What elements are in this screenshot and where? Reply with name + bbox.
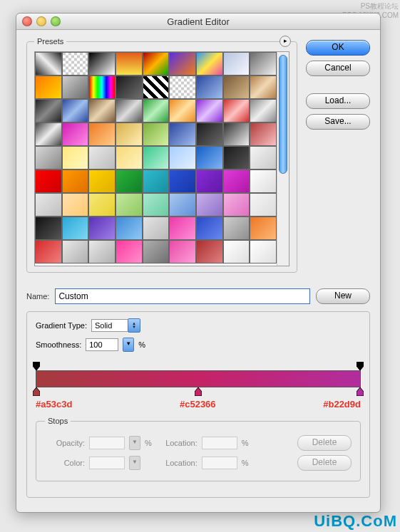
preset-swatch[interactable]	[35, 52, 62, 75]
preset-swatch[interactable]	[35, 146, 62, 169]
preset-swatch[interactable]	[62, 52, 89, 75]
color-stop-left[interactable]	[33, 387, 40, 396]
preset-swatch[interactable]	[169, 169, 196, 193]
preset-swatch[interactable]	[62, 75, 89, 99]
preset-swatch[interactable]	[169, 52, 196, 75]
preset-swatch[interactable]	[223, 217, 250, 240]
preset-swatch[interactable]	[62, 240, 89, 264]
preset-swatch[interactable]	[35, 75, 62, 99]
preset-swatch[interactable]	[88, 122, 116, 146]
preset-swatch[interactable]	[62, 193, 89, 217]
preset-swatch[interactable]	[196, 169, 223, 193]
smoothness-input[interactable]	[86, 338, 118, 351]
preset-swatch[interactable]	[169, 193, 196, 217]
preset-swatch[interactable]	[169, 122, 196, 146]
preset-swatch[interactable]	[62, 122, 89, 146]
new-button[interactable]: New	[316, 288, 370, 304]
preset-swatch[interactable]	[35, 99, 62, 122]
preset-swatch[interactable]	[250, 193, 277, 217]
gradient-bar[interactable]	[36, 370, 361, 387]
load-button[interactable]: Load...	[306, 93, 370, 109]
preset-swatch[interactable]	[196, 122, 223, 146]
gradient-type-value[interactable]	[91, 319, 128, 332]
preset-swatch[interactable]	[196, 75, 223, 99]
preset-swatch[interactable]	[223, 169, 250, 193]
preset-swatch[interactable]	[88, 75, 116, 99]
name-input[interactable]	[55, 288, 310, 304]
gradient-type-select[interactable]: ▲▼	[91, 319, 140, 332]
preset-swatch[interactable]	[143, 99, 170, 122]
preset-swatch[interactable]	[116, 146, 143, 169]
preset-swatch[interactable]	[88, 169, 116, 193]
ok-button[interactable]: OK	[306, 40, 370, 56]
preset-swatch[interactable]	[88, 217, 116, 240]
preset-swatch[interactable]	[143, 122, 170, 146]
preset-swatch[interactable]	[116, 52, 143, 75]
preset-swatch[interactable]	[88, 240, 116, 264]
preset-swatch[interactable]	[88, 193, 116, 217]
preset-swatch[interactable]	[116, 122, 143, 146]
preset-swatch[interactable]	[143, 75, 170, 99]
preset-swatch[interactable]	[196, 52, 223, 75]
chevron-down-icon[interactable]: ▼	[123, 338, 134, 352]
preset-swatch[interactable]	[35, 169, 62, 193]
preset-swatch[interactable]	[250, 52, 277, 75]
preset-swatch[interactable]	[62, 217, 89, 240]
preset-swatch[interactable]	[250, 122, 277, 146]
preset-swatch[interactable]	[88, 52, 116, 75]
chevron-updown-icon[interactable]: ▲▼	[128, 318, 140, 333]
preset-swatch[interactable]	[223, 240, 250, 264]
preset-swatch[interactable]	[196, 217, 223, 240]
preset-swatch[interactable]	[116, 75, 143, 99]
preset-swatch[interactable]	[116, 240, 143, 264]
preset-swatch[interactable]	[196, 240, 223, 264]
preset-swatch[interactable]	[143, 240, 170, 264]
preset-swatch[interactable]	[223, 146, 250, 169]
preset-swatch[interactable]	[223, 75, 250, 99]
scroll-thumb[interactable]	[279, 55, 287, 174]
preset-swatch[interactable]	[116, 193, 143, 217]
preset-swatch[interactable]	[116, 169, 143, 193]
save-button[interactable]: Save...	[306, 114, 370, 130]
preset-swatch[interactable]	[116, 99, 143, 122]
preset-swatch[interactable]	[169, 240, 196, 264]
preset-swatch[interactable]	[169, 99, 196, 122]
cancel-button[interactable]: Cancel	[306, 61, 370, 76]
color-stop-right[interactable]	[357, 387, 364, 396]
preset-swatch[interactable]	[143, 169, 170, 193]
preset-swatch[interactable]	[35, 240, 62, 264]
preset-swatch[interactable]	[35, 217, 62, 240]
preset-swatch[interactable]	[196, 146, 223, 169]
preset-swatch[interactable]	[223, 193, 250, 217]
preset-swatch[interactable]	[143, 52, 170, 75]
preset-swatch[interactable]	[223, 52, 250, 75]
preset-swatch[interactable]	[196, 193, 223, 217]
preset-swatch[interactable]	[143, 193, 170, 217]
preset-swatch[interactable]	[143, 217, 170, 240]
preset-swatch[interactable]	[35, 122, 62, 146]
opacity-stop-right[interactable]	[357, 362, 364, 370]
preset-swatch[interactable]	[143, 146, 170, 169]
preset-swatch[interactable]	[62, 146, 89, 169]
presets-flyout-icon[interactable]: ▸	[280, 36, 291, 47]
preset-swatch[interactable]	[223, 122, 250, 146]
scrollbar[interactable]	[277, 52, 289, 266]
preset-swatch[interactable]	[62, 99, 89, 122]
preset-swatch[interactable]	[250, 169, 277, 193]
preset-swatch[interactable]	[116, 217, 143, 240]
preset-swatch[interactable]	[169, 146, 196, 169]
opacity-stop-left[interactable]	[33, 362, 40, 370]
preset-swatch[interactable]	[35, 193, 62, 217]
color-stop-mid[interactable]	[195, 387, 202, 396]
preset-swatch[interactable]	[250, 217, 277, 240]
preset-swatch[interactable]	[223, 99, 250, 122]
preset-swatch[interactable]	[250, 99, 277, 122]
preset-swatch[interactable]	[250, 146, 277, 169]
preset-swatch[interactable]	[88, 99, 116, 122]
preset-swatch[interactable]	[62, 169, 89, 193]
preset-swatch[interactable]	[169, 217, 196, 240]
preset-swatch[interactable]	[88, 146, 116, 169]
preset-swatch[interactable]	[169, 75, 196, 99]
preset-swatch[interactable]	[250, 75, 277, 99]
preset-swatch[interactable]	[250, 240, 277, 264]
